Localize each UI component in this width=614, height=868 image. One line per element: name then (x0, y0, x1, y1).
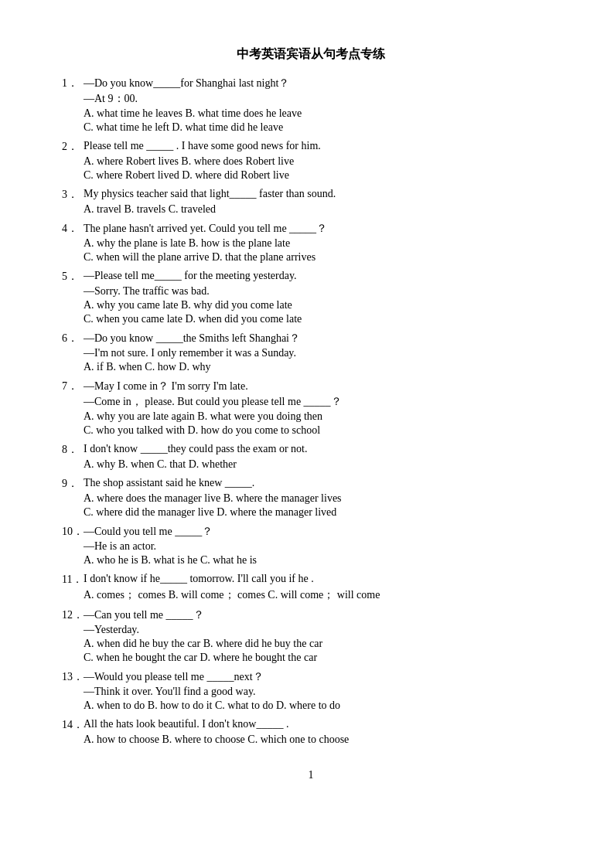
question-8: 8．I don't know _____they could pass the … (62, 443, 560, 471)
question-4-line-0: 4．The plane hasn't arrived yet. Could yo… (62, 222, 560, 236)
question-9-text-0: The shop assistant said he knew _____. (84, 477, 560, 491)
question-2-line-0: 2．Please tell me _____ . I have some goo… (62, 140, 560, 154)
question-7-option-1: C. who you talked with D. how do you com… (84, 424, 560, 437)
question-2: 2．Please tell me _____ . I have some goo… (62, 140, 560, 182)
question-5-line-1: —Sorry. The traffic was bad. (62, 285, 560, 298)
question-1-text-1: —At 9：00. (84, 92, 560, 106)
questions-container: 1．—Do you know_____for Shanghai last nig… (62, 77, 560, 746)
question-13-text-1: —Think it over. You'll find a good way. (84, 686, 560, 698)
question-12-option-0: A. when did he buy the car B. where did … (84, 638, 560, 650)
question-7-number: 7． (62, 380, 84, 393)
question-1-line-1: —At 9：00. (62, 92, 560, 106)
question-11: 11． I don't know if he_____ tomorrow. I'… (62, 573, 560, 602)
question-5-number: 5． (62, 270, 84, 284)
question-12-line-0: 12．—Can you tell me _____？ (62, 608, 560, 622)
question-13-number: 13． (62, 670, 84, 684)
question-10: 10．—Could you tell me _____？—He is an ac… (62, 525, 560, 567)
question-9-number: 9． (62, 477, 84, 491)
question-12-text-0: —Can you tell me _____？ (84, 608, 560, 622)
question-6-text-0: —Do you know _____the Smiths left Shangh… (84, 332, 560, 345)
question-3-option-0: A. travel B. travels C. traveled (84, 203, 560, 216)
question-5-text-0: —Please tell me_____ for the meeting yes… (84, 270, 560, 284)
question-12-line-1: —Yesterday. (62, 624, 560, 636)
question-10-line-0: 10．—Could you tell me _____？ (62, 525, 560, 539)
question-5: 5．—Please tell me_____ for the meeting y… (62, 270, 560, 325)
question-3: 3．My physics teacher said that light____… (62, 188, 560, 216)
question-11-line-0: 11． I don't know if he_____ tomorrow. I'… (62, 573, 560, 587)
question-2-number: 2． (62, 140, 84, 154)
question-7-text-1: —Come in， please. But could you please t… (84, 395, 560, 409)
question-8-line-0: 8．I don't know _____they could pass the … (62, 443, 560, 457)
question-13-line-1: —Think it over. You'll find a good way. (62, 686, 560, 698)
question-4-option-0: A. why the plane is late B. how is the p… (84, 237, 560, 250)
question-3-line-0: 3．My physics teacher said that light____… (62, 188, 560, 202)
question-7-line-0: 7．—May I come in？ I'm sorry I'm late. (62, 380, 560, 393)
question-11-number: 11． (62, 573, 84, 587)
question-12-option-1: C. when he bought the car D. where he bo… (84, 652, 560, 664)
question-5-option-1: C. when you came late D. when did you co… (84, 313, 560, 325)
question-6-number: 6． (62, 332, 84, 345)
question-8-option-0: A. why B. when C. that D. whether (84, 458, 560, 471)
question-8-number: 8． (62, 443, 84, 457)
question-7: 7．—May I come in？ I'm sorry I'm late.—Co… (62, 380, 560, 437)
question-10-text-1: —He is an actor. (84, 540, 560, 553)
question-1-option-1: C. what time he left D. what time did he… (84, 121, 560, 134)
question-14-line-0: 14． All the hats look beautiful. I don't… (62, 718, 560, 732)
question-9: 9．The shop assistant said he knew _____.… (62, 477, 560, 519)
question-9-option-0: A. where does the manager live B. where … (84, 492, 560, 505)
question-8-text-0: I don't know _____they could pass the ex… (84, 443, 560, 457)
question-2-option-0: A. where Robert lives B. where does Robe… (84, 155, 560, 168)
question-1-number: 1． (62, 77, 84, 90)
question-7-text-0: —May I come in？ I'm sorry I'm late. (84, 380, 560, 393)
question-1-option-0: A. what time he leaves B. what time does… (84, 107, 560, 120)
question-11-text-0: I don't know if he_____ tomorrow. I'll c… (84, 573, 560, 587)
question-6-line-0: 6．—Do you know _____the Smiths left Shan… (62, 332, 560, 345)
question-10-number: 10． (62, 525, 84, 539)
question-6: 6．—Do you know _____the Smiths left Shan… (62, 332, 560, 373)
question-5-line-0: 5．—Please tell me_____ for the meeting y… (62, 270, 560, 284)
question-13: 13．—Would you please tell me _____next？—… (62, 670, 560, 712)
question-14: 14． All the hats look beautiful. I don't… (62, 718, 560, 746)
question-7-option-0: A. why you are late again B. what were y… (84, 410, 560, 423)
question-10-text-0: —Could you tell me _____？ (84, 525, 560, 539)
question-2-text-0: Please tell me _____ . I have some good … (84, 140, 560, 154)
question-10-line-1: —He is an actor. (62, 540, 560, 553)
question-4-number: 4． (62, 222, 84, 236)
question-7-line-1: —Come in， please. But could you please t… (62, 395, 560, 409)
question-2-option-1: C. where Robert lived D. where did Rober… (84, 169, 560, 182)
question-1-text-0: —Do you know_____for Shanghai last night… (84, 77, 560, 90)
question-12: 12．—Can you tell me _____？—Yesterday.A. … (62, 608, 560, 664)
question-9-option-1: C. where did the manager live D. where t… (84, 506, 560, 519)
question-14-text-0: All the hats look beautiful. I don't kno… (84, 718, 560, 732)
question-5-option-0: A. why you came late B. why did you come… (84, 299, 560, 311)
question-13-line-0: 13．—Would you please tell me _____next？ (62, 670, 560, 684)
question-6-text-1: —I'm not sure. I only remember it was a … (84, 347, 560, 359)
question-3-text-0: My physics teacher said that light_____ … (84, 188, 560, 202)
question-13-text-0: —Would you please tell me _____next？ (84, 670, 560, 684)
question-12-number: 12． (62, 608, 84, 622)
page-number: 1 (62, 769, 560, 781)
question-9-line-0: 9．The shop assistant said he knew _____. (62, 477, 560, 491)
question-4: 4．The plane hasn't arrived yet. Could yo… (62, 222, 560, 264)
question-6-line-1: —I'm not sure. I only remember it was a … (62, 347, 560, 359)
question-12-text-1: —Yesterday. (84, 624, 560, 636)
question-13-option-0: A. when to do B. how to do it C. what to… (84, 700, 560, 712)
question-6-option-0: A. if B. when C. how D. why (84, 361, 560, 373)
question-1-line-0: 1．—Do you know_____for Shanghai last nig… (62, 77, 560, 90)
question-1: 1．—Do you know_____for Shanghai last nig… (62, 77, 560, 134)
question-11-option-0: A. comes； comes B. will come； comes C. w… (84, 588, 560, 602)
page-title: 中考英语宾语从句考点专练 (62, 46, 560, 63)
question-5-text-1: —Sorry. The traffic was bad. (84, 285, 560, 298)
question-14-option-0: A. how to choose B. where to choose C. w… (84, 734, 560, 746)
question-4-option-1: C. when will the plane arrive D. that th… (84, 251, 560, 264)
question-4-text-0: The plane hasn't arrived yet. Could you … (84, 222, 560, 236)
question-10-option-0: A. who he is B. what is he C. what he is (84, 554, 560, 567)
question-14-number: 14． (62, 718, 84, 732)
question-3-number: 3． (62, 188, 84, 202)
